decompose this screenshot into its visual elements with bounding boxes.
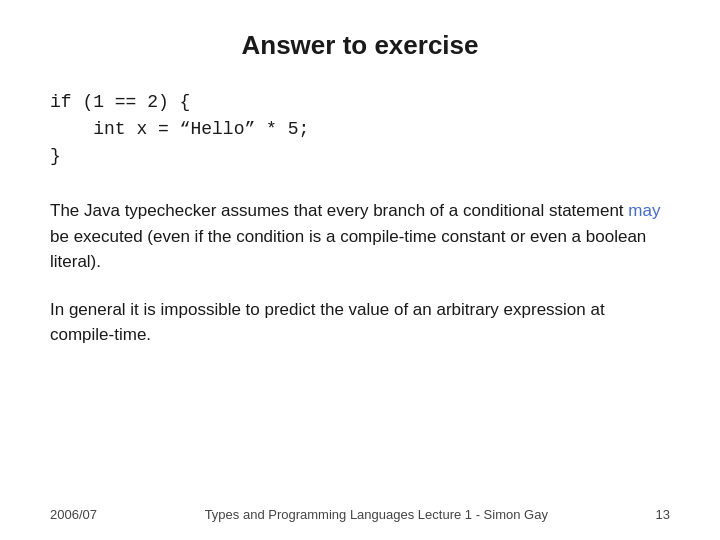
footer-course: Types and Programming Languages Lecture … <box>205 507 548 522</box>
paragraph1-highlight: may <box>628 201 660 220</box>
code-block: if (1 == 2) { int x = “Hello” * 5; } <box>50 89 670 170</box>
paragraph1: The Java typechecker assumes that every … <box>50 198 670 275</box>
paragraph1-part2: be executed (even if the condition is a … <box>50 227 646 272</box>
slide-title: Answer to exercise <box>50 30 670 61</box>
paragraph1-part1: The Java typechecker assumes that every … <box>50 201 628 220</box>
code-line1: if (1 == 2) { <box>50 92 190 112</box>
paragraph2: In general it is impossible to predict t… <box>50 297 670 348</box>
slide: Answer to exercise if (1 == 2) { int x =… <box>0 0 720 540</box>
code-line3: } <box>50 146 61 166</box>
footer-year: 2006/07 <box>50 507 97 522</box>
code-line2: int x = “Hello” * 5; <box>50 119 309 139</box>
slide-footer: 2006/07 Types and Programming Languages … <box>50 507 670 522</box>
footer-page: 13 <box>656 507 670 522</box>
